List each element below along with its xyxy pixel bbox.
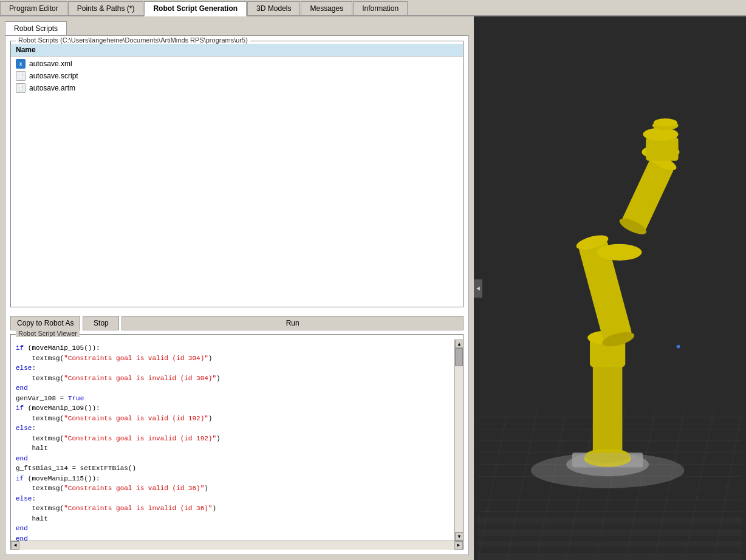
main-content: Robot Scripts Robot Scripts (C:\Users\la… xyxy=(0,16,746,560)
svg-point-44 xyxy=(531,452,684,488)
file-browser-group: Robot Scripts (C:\Users\langeheine\Docum… xyxy=(10,41,464,307)
tab-program-editor[interactable]: Program Editor xyxy=(0,1,67,15)
scroll-left-btn[interactable]: ◄ xyxy=(11,541,19,550)
scroll-thumb[interactable] xyxy=(455,348,463,366)
tab-points-paths[interactable]: Points & Paths (*) xyxy=(68,1,144,15)
file-browser-inner: Name X autosave.xml 📄 autosave.script 📄 xyxy=(11,41,463,307)
svg-rect-39 xyxy=(646,137,678,161)
svg-point-34 xyxy=(597,244,642,261)
svg-rect-24 xyxy=(593,358,623,456)
svg-rect-48 xyxy=(478,553,742,560)
tab-robot-scripts[interactable]: Robot Scripts xyxy=(5,21,67,35)
horizontal-scrollbar[interactable]: ◄ ► xyxy=(11,541,463,549)
script-file-icon: 📄 xyxy=(16,71,26,81)
copy-to-robot-button[interactable]: Copy to Robot As xyxy=(10,316,80,330)
tab-information[interactable]: Information xyxy=(353,1,408,15)
script-viewer[interactable]: if (moveManip_105()): textmsg("Constrain… xyxy=(11,340,463,541)
file-name-xml: autosave.xml xyxy=(29,60,72,68)
robot-scripts-panel: Robot Scripts (C:\Users\langeheine\Docum… xyxy=(5,35,469,555)
file-browser-legend: Robot Scripts (C:\Users\langeheine\Docum… xyxy=(16,36,250,44)
artm-file-icon: 📄 xyxy=(16,83,26,93)
scroll-down-btn[interactable]: ▼ xyxy=(455,532,463,541)
inner-tabs: Robot Scripts xyxy=(5,21,469,35)
scroll-right-btn[interactable]: ► xyxy=(454,541,463,550)
file-item-script[interactable]: 📄 autosave.script xyxy=(11,70,463,82)
3d-viewport xyxy=(474,16,746,560)
tab-messages[interactable]: Messages xyxy=(301,1,352,15)
file-list-header: Name xyxy=(11,44,463,56)
top-tab-bar: Program Editor Points & Paths (*) Robot … xyxy=(0,0,746,16)
file-item-xml[interactable]: X autosave.xml xyxy=(11,58,463,70)
svg-rect-47 xyxy=(478,541,742,546)
scroll-track[interactable] xyxy=(455,348,463,532)
file-list[interactable]: X autosave.xml 📄 autosave.script 📄 autos… xyxy=(11,56,463,307)
tab-robot-script-generation[interactable]: Robot Script Generation xyxy=(144,1,247,16)
right-panel: ◄ xyxy=(474,16,746,560)
file-name-artm: autosave.artm xyxy=(29,84,75,92)
viewer-legend: Robot Script Viewer xyxy=(16,330,80,337)
xml-file-icon: X xyxy=(16,59,26,69)
svg-point-42 xyxy=(654,118,677,127)
left-panel: Robot Scripts Robot Scripts (C:\Users\la… xyxy=(0,16,474,560)
tab-3d-models[interactable]: 3D Models xyxy=(247,1,300,15)
viewer-wrapper: Robot Script Viewer if (moveManip_105())… xyxy=(10,334,464,550)
collapse-arrow[interactable]: ◄ xyxy=(474,279,482,298)
svg-rect-46 xyxy=(478,530,742,534)
file-name-script: autosave.script xyxy=(29,72,78,80)
run-button[interactable]: Run xyxy=(121,316,464,330)
svg-rect-45 xyxy=(478,517,742,522)
svg-point-43 xyxy=(677,345,680,349)
scroll-up-btn[interactable]: ▲ xyxy=(455,340,463,348)
file-item-artm[interactable]: 📄 autosave.artm xyxy=(11,82,463,94)
viewer-scrollbar[interactable]: ▲ ▼ xyxy=(454,340,463,541)
stop-button[interactable]: Stop xyxy=(83,316,119,330)
